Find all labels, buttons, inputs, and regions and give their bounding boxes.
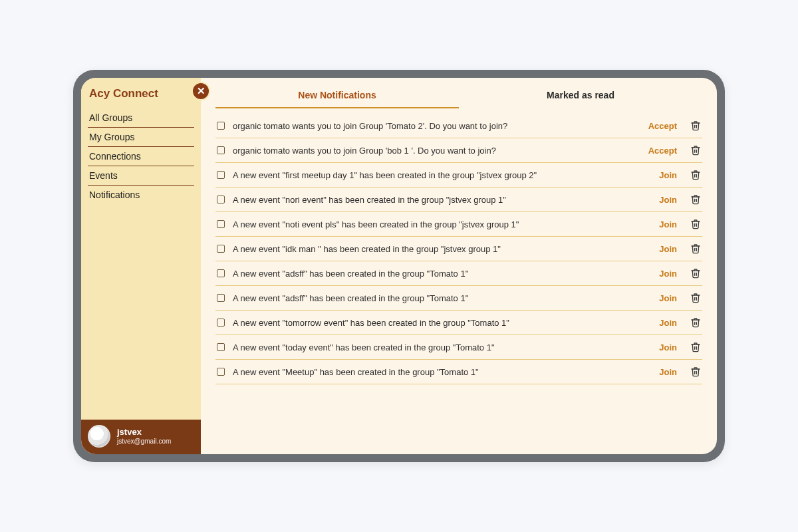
join-button[interactable]: Join (659, 195, 677, 205)
trash-icon[interactable] (690, 293, 701, 303)
notification-checkbox[interactable] (217, 368, 225, 376)
notification-row: A new event "adsff" has been created in … (215, 286, 702, 311)
trash-icon[interactable] (690, 194, 701, 205)
main-panel: New Notifications Marked as read organic… (201, 78, 717, 454)
sidebar: Acy Connect ✕ All Groups My Groups Conne… (81, 78, 201, 454)
close-icon: ✕ (197, 85, 205, 97)
trash-icon[interactable] (690, 243, 701, 254)
trash-icon[interactable] (690, 342, 701, 352)
notification-checkbox[interactable] (217, 319, 225, 327)
notification-message: A new event "adsff" has been created in … (233, 293, 646, 303)
notification-row: organic tomato wants you to join Group '… (215, 114, 702, 138)
notification-message: A new event "idk man " has been created … (233, 244, 646, 254)
notification-checkbox[interactable] (217, 220, 225, 228)
notification-row: A new event "idk man " has been created … (215, 237, 702, 261)
notification-row: A new event "Meetup" has been created in… (215, 360, 702, 384)
sidebar-item-my-groups[interactable]: My Groups (88, 128, 194, 147)
notification-row: A new event "nori event" has been create… (215, 188, 702, 212)
notification-message: A new event "tomorrow event" has been cr… (233, 318, 646, 328)
sidebar-item-connections[interactable]: Connections (88, 147, 194, 166)
trash-icon[interactable] (690, 268, 701, 279)
accept-button[interactable]: Accept (648, 121, 677, 131)
join-button[interactable]: Join (659, 219, 677, 229)
user-footer[interactable]: jstvex jstvex@gmail.com (81, 420, 201, 454)
sidebar-item-all-groups[interactable]: All Groups (88, 108, 194, 128)
trash-icon[interactable] (690, 120, 701, 131)
notification-message: organic tomato wants you to join Group '… (233, 146, 635, 156)
close-sidebar-button[interactable]: ✕ (192, 82, 210, 100)
notification-list: organic tomato wants you to join Group '… (201, 108, 717, 398)
notification-checkbox[interactable] (217, 245, 225, 253)
notification-row: A new event "tomorrow event" has been cr… (215, 311, 702, 335)
sidebar-item-events[interactable]: Events (88, 166, 194, 186)
join-button[interactable]: Join (659, 244, 677, 254)
user-meta: jstvex jstvex@gmail.com (117, 428, 171, 445)
join-button[interactable]: Join (659, 293, 677, 303)
notification-row: A new event "noti event pls" has been cr… (215, 212, 702, 237)
trash-icon[interactable] (690, 145, 701, 156)
trash-icon[interactable] (690, 366, 701, 377)
user-name: jstvex (117, 428, 171, 438)
notification-checkbox[interactable] (217, 122, 225, 130)
notification-message: A new event "Meetup" has been created in… (233, 367, 646, 377)
trash-icon[interactable] (690, 219, 701, 229)
join-button[interactable]: Join (659, 367, 677, 377)
notification-message: A new event "today event" has been creat… (233, 342, 646, 352)
join-button[interactable]: Join (659, 318, 677, 328)
notification-message: A new event "nori event" has been create… (233, 195, 646, 205)
notification-row: A new event "first meetup day 1" has bee… (215, 163, 702, 188)
notification-row: A new event "today event" has been creat… (215, 335, 702, 360)
notification-checkbox[interactable] (217, 196, 225, 203)
accept-button[interactable]: Accept (648, 146, 677, 156)
tabs: New Notifications Marked as read (201, 78, 717, 108)
notification-checkbox[interactable] (217, 269, 225, 277)
notification-checkbox[interactable] (217, 171, 225, 179)
brand-title: Acy Connect (81, 78, 201, 107)
notification-message: A new event "adsff" has been created in … (233, 269, 646, 279)
join-button[interactable]: Join (659, 170, 677, 180)
tab-new-notifications[interactable]: New Notifications (215, 84, 459, 108)
notification-message: A new event "noti event pls" has been cr… (233, 219, 646, 229)
notification-checkbox[interactable] (217, 146, 225, 154)
sidebar-nav: All Groups My Groups Connections Events … (81, 107, 201, 205)
join-button[interactable]: Join (659, 269, 677, 279)
trash-icon[interactable] (690, 170, 701, 180)
trash-icon[interactable] (690, 317, 701, 328)
notification-message: organic tomato wants you to join Group '… (233, 121, 635, 131)
user-email: jstvex@gmail.com (117, 438, 171, 446)
avatar (88, 425, 110, 448)
notification-checkbox[interactable] (217, 294, 225, 302)
sidebar-item-notifications[interactable]: Notifications (88, 186, 194, 204)
join-button[interactable]: Join (659, 342, 677, 352)
notification-row: organic tomato wants you to join Group '… (215, 138, 702, 163)
notification-checkbox[interactable] (217, 343, 225, 351)
notification-message: A new event "first meetup day 1" has bee… (233, 170, 646, 180)
tab-marked-as-read[interactable]: Marked as read (459, 84, 702, 108)
notification-row: A new event "adsff" has been created in … (215, 261, 702, 286)
